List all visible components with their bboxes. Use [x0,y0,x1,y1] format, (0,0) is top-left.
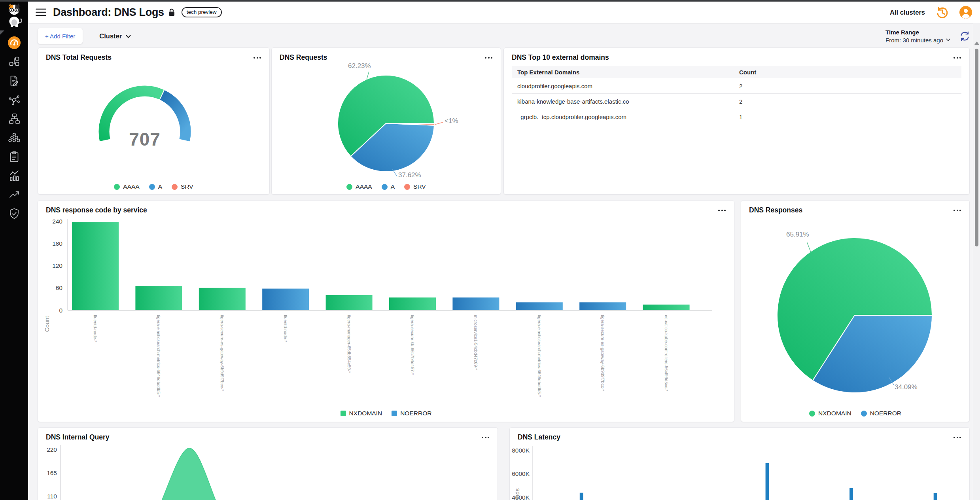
chevron-down-icon [946,38,950,42]
sidebar-item-gauge-dashboard-icon[interactable] [8,36,21,49]
sidebar-item-cluster-circles-icon[interactable] [8,131,21,144]
pie-slice-aaaa [338,75,434,156]
domain-cell: _grpclb._tcp.cloudprofiler.googleapis.co… [512,114,739,120]
latency-bar [580,493,583,500]
x-category-label: fluentd-node-* [283,315,288,343]
legend-item[interactable]: AAAA [346,183,372,190]
legend-swatch [392,411,397,416]
card-dns-latency: DNS Latency 8000K6000K4000K Microseconds [509,427,970,500]
card-menu-button[interactable] [952,208,963,213]
y-tick-label: 165 [47,470,57,476]
sidebar-item-topology-icon[interactable] [8,55,21,68]
add-filter-button[interactable]: + Add Filter [38,28,83,44]
legend-label: SRV [413,183,426,190]
pie-label: 62.23% [348,62,371,70]
pie-label: 37.62% [398,171,421,179]
legend-item[interactable]: SRV [404,183,426,190]
responses-pie [776,237,933,394]
topbar: Dashboard: DNS Logs tech preview All clu… [28,2,980,23]
y-axis-label: Count [44,316,50,332]
user-avatar-icon[interactable] [959,6,972,19]
sidebar-item-document-edit-icon[interactable] [8,74,21,87]
cluster-dropdown-label: Cluster [99,32,122,40]
x-category-label: tigera-elasticsearch-metrics-6649dbddb5-… [537,315,542,397]
card-title: DNS Requests [280,53,327,62]
y-tick-label: 0 [59,307,62,314]
requests-pie-legend: AAAAASRV [272,183,501,190]
lock-icon [168,8,175,16]
bar-noerror [262,289,309,310]
legend-label: NOERROR [870,410,901,417]
gauge-legend: AAAAASRV [38,183,269,190]
column-header[interactable]: Top External Domains [512,69,739,76]
legend-label: A [391,183,395,190]
history-icon[interactable] [936,6,949,19]
legend-swatch [861,411,867,417]
time-range-label: Time Range [885,29,950,36]
pie-label: 65.91% [786,231,809,239]
card-title: DNS response code by service [46,206,147,214]
cluster-dropdown[interactable]: Cluster [99,32,131,40]
legend-swatch [114,184,120,190]
y-tick-label: 60 [56,284,63,291]
scrollbar-thumb[interactable] [975,49,978,246]
card-menu-button[interactable] [952,435,963,440]
legend-item[interactable]: NXDOMAIN [341,410,382,417]
scrollbar-up-arrow[interactable] [974,42,979,45]
filter-bar: + Add Filter Cluster Time Range From: 30… [28,23,980,49]
latency-bar [934,493,937,500]
x-category-label: tigera-secure-es-gateway-6b9d9f7bcc-* [220,315,225,391]
card-title: DNS Responses [749,206,802,214]
tech-preview-badge: tech preview [182,7,222,17]
legend-item[interactable]: SRV [172,183,193,190]
latency-bar [849,488,853,500]
legend-item[interactable]: NOERROR [392,410,431,417]
bar-nxdomain [643,305,690,310]
sidebar-item-stats-bars-icon[interactable] [8,169,21,182]
bar-nxdomain [326,295,373,310]
sidebar-item-graph-nodes-icon[interactable] [8,93,21,106]
time-range-text: From: 30 minutes ago [885,37,943,44]
response-code-bar-chart: 060120180240fluentd-node-*tigera-elastic… [38,201,734,422]
count-cell: 2 [739,83,961,89]
gauge-chart [38,48,269,194]
y-tick-label: 110 [47,493,57,500]
legend-item[interactable]: NOERROR [861,410,901,417]
responses-pie-legend: NXDOMAINNOERROR [741,410,969,417]
sidebar-item-shield-check-icon[interactable] [8,207,21,220]
card-title: DNS Internal Query [46,433,109,441]
sidebar-item-sitemap-icon[interactable] [8,112,21,125]
legend-item[interactable]: A [149,183,162,190]
legend-label: SRV [181,183,193,190]
table-row: cloudprofiler.googleapis.com2 [512,78,961,94]
x-category-label: tigera-manager-65db854c59-* [347,315,352,373]
sidebar-item-trend-arrow-icon[interactable] [8,188,21,201]
x-category-label: tigera-secure-kb-66c7b4d457-* [410,315,415,375]
column-header[interactable]: Count [739,69,961,76]
card-menu-button[interactable] [252,55,263,61]
card-menu-button[interactable] [480,435,491,440]
legend-swatch [341,411,346,416]
table-header-row: Top External DomainsCount [512,66,961,78]
legend-item[interactable]: AAAA [114,183,139,190]
pie-slice-srv [386,123,434,125]
calico-cat-logo[interactable] [5,3,23,29]
card-menu-button[interactable] [952,55,963,61]
refresh-icon[interactable] [959,30,971,42]
y-tick-label: 180 [52,240,62,247]
card-dns-total-requests: DNS Total Requests 707 AAAAASRV [38,47,270,195]
legend-item[interactable]: NXDOMAIN [809,410,851,417]
menu-icon[interactable] [35,7,47,17]
scrollbar-track[interactable] [973,23,980,500]
legend-item[interactable]: A [382,183,395,190]
bar-nxdomain [389,297,436,310]
sidebar-item-clipboard-icon[interactable] [8,150,21,163]
x-category-label: es-calico-kube-controllers-56cf99d5cc-* [664,315,669,392]
card-menu-button[interactable] [483,55,494,61]
all-clusters-selector[interactable]: All clusters [890,9,925,16]
domain-cell: cloudprofiler.googleapis.com [512,83,739,89]
pie-label: 34.09% [895,383,918,391]
card-menu-button[interactable] [716,208,728,213]
legend-swatch [809,411,815,417]
time-range-value[interactable]: From: 30 minutes ago [885,37,950,44]
